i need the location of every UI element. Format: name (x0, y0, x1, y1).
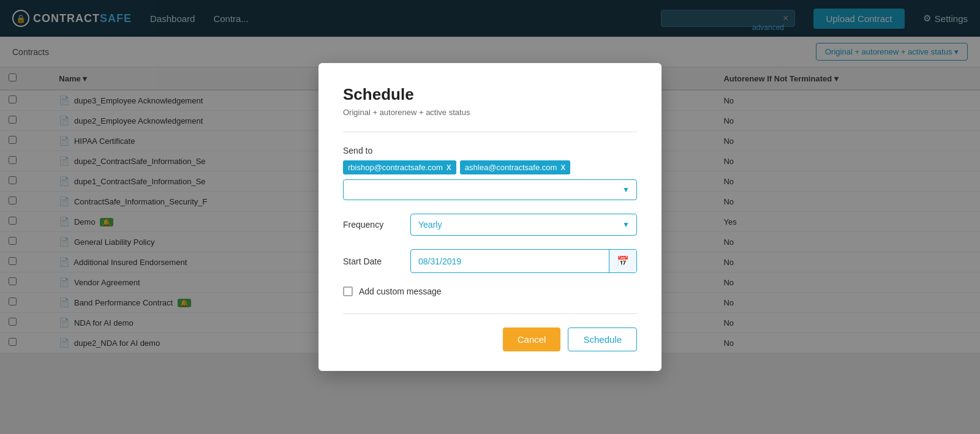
calendar-button[interactable]: 📅 (609, 250, 636, 272)
email-tag-1-remove[interactable]: X (447, 163, 451, 172)
modal-overlay[interactable]: Schedule Original + autorenew + active s… (0, 0, 980, 434)
modal-subtitle: Original + autorenew + active status (343, 108, 637, 117)
email-tag-1-text: rbishop@contractsafe.com (348, 163, 443, 172)
frequency-row: Frequency Yearly Daily Weekly Monthly (343, 214, 637, 236)
email-tags-container: rbishop@contractsafe.com X ashlea@contra… (343, 160, 637, 174)
email-tag-2-text: ashlea@contractsafe.com (465, 163, 557, 172)
cancel-button[interactable]: Cancel (503, 327, 561, 351)
modal-footer: Cancel Schedule (343, 313, 637, 351)
email-tag-2-remove[interactable]: X (560, 163, 565, 172)
start-date-label: Start Date (343, 256, 398, 266)
email-tag-1: rbishop@contractsafe.com X (343, 160, 456, 174)
custom-message-label: Add custom message (359, 286, 442, 296)
date-input[interactable] (411, 251, 609, 272)
modal-divider (343, 132, 637, 132)
email-select-wrapper (343, 179, 637, 200)
schedule-button[interactable]: Schedule (568, 327, 637, 351)
send-to-group: Send to rbishop@contractsafe.com X ashle… (343, 146, 637, 200)
email-tag-2: ashlea@contractsafe.com X (460, 160, 571, 174)
custom-message-row: Add custom message (343, 286, 637, 296)
frequency-select[interactable]: Yearly Daily Weekly Monthly (410, 214, 637, 236)
modal-title: Schedule (343, 85, 637, 104)
schedule-modal: Schedule Original + autorenew + active s… (318, 63, 662, 371)
send-to-label: Send to (343, 146, 637, 155)
frequency-select-wrapper: Yearly Daily Weekly Monthly (410, 214, 637, 236)
custom-message-checkbox[interactable] (343, 286, 353, 296)
start-date-row: Start Date 📅 (343, 249, 637, 273)
frequency-label: Frequency (343, 220, 398, 230)
email-dropdown[interactable] (343, 179, 637, 200)
date-input-wrapper: 📅 (410, 249, 637, 273)
